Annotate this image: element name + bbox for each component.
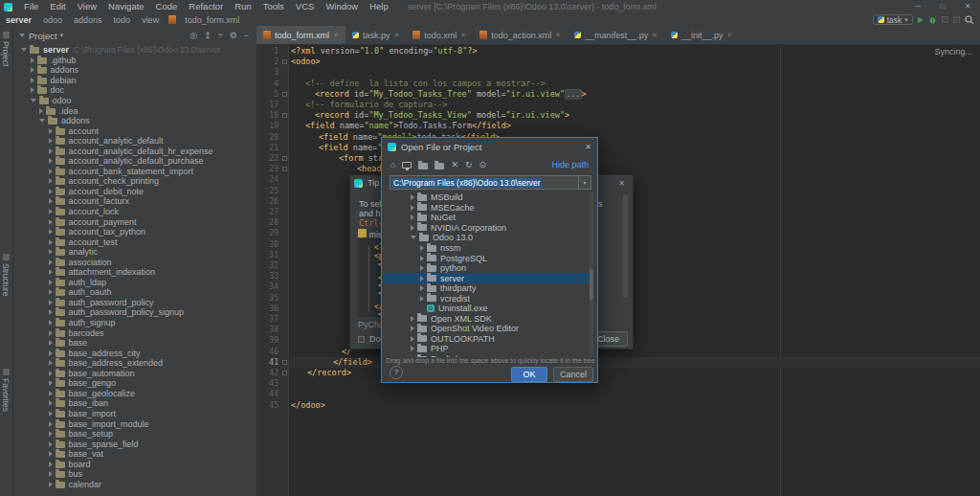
tab-todo.xml[interactable]: todo.xml✕ (406, 26, 473, 44)
run-button[interactable]: ▶ (918, 15, 924, 24)
chevron-right-icon[interactable] (49, 391, 53, 396)
profiler-button[interactable] (953, 16, 960, 23)
new-folder-icon[interactable] (418, 163, 428, 169)
chevron-right-icon[interactable] (49, 320, 53, 326)
breadcrumb-item-view[interactable]: view (136, 15, 165, 25)
dialog-tree-item-Odoo 13.0[interactable]: Odoo 13.0 (383, 233, 592, 243)
run-config-selector[interactable]: task ▾ (873, 14, 913, 25)
chevron-right-icon[interactable] (49, 209, 53, 214)
close-tab-icon[interactable]: ✕ (393, 32, 399, 39)
chevron-right-icon[interactable] (49, 462, 53, 467)
chevron-right-icon[interactable] (420, 285, 424, 291)
dialog-tree-item-thirdparty[interactable]: thirdparty (383, 283, 592, 294)
chevron-right-icon[interactable] (49, 371, 53, 376)
chevron-right-icon[interactable] (49, 451, 53, 457)
chevron-right-icon[interactable] (49, 380, 53, 386)
show-hidden-icon[interactable]: ⊙ (479, 161, 487, 169)
dialog-tree-item-PHP[interactable]: PHP (383, 344, 592, 354)
chevron-right-icon[interactable] (420, 265, 424, 271)
chevron-right-icon[interactable] (49, 239, 53, 245)
tool-window-project[interactable]: Project (1, 32, 11, 66)
ok-button[interactable]: OK (511, 367, 547, 382)
hide-path-link[interactable]: Hide path (551, 160, 589, 169)
project-tree-item-account_analytic_default_purchase[interactable]: account_analytic_default_purchase (13, 156, 256, 167)
menu-run[interactable]: Run (229, 1, 256, 11)
chevron-down-icon[interactable] (411, 236, 416, 239)
project-tree-item-base_address_city[interactable]: base_address_city (13, 348, 256, 358)
chevron-right-icon[interactable] (49, 482, 53, 487)
close-tab-icon[interactable]: ✕ (333, 32, 339, 39)
dialog-tree-item-python[interactable]: python (383, 263, 592, 274)
fold-marker-icon[interactable] (282, 371, 287, 375)
help-button[interactable]: ? (390, 366, 403, 379)
tab-todo_form.xml[interactable]: todo_form.xml✕ (256, 26, 345, 44)
chevron-right-icon[interactable] (49, 148, 53, 154)
project-tree-item-server[interactable]: serverC:\Program Files (x86)\Odoo 13.0\s… (13, 45, 256, 56)
refresh-icon[interactable]: ↻ (465, 161, 473, 169)
fold-marker-icon[interactable] (282, 92, 287, 97)
dialog-tree-item-OpenShot Video Editor[interactable]: OpenShot Video Editor (383, 324, 592, 334)
dialog-tree-item-MSECache[interactable]: MSECache (383, 203, 592, 214)
dialog-tree-item-NVIDIA Corporation[interactable]: NVIDIA Corporation (383, 223, 592, 234)
chevron-right-icon[interactable] (49, 229, 53, 235)
chevron-down-icon[interactable] (21, 48, 27, 52)
project-tree-item-base_import[interactable]: base_import (13, 409, 256, 419)
delete-icon[interactable]: ✕ (451, 161, 458, 169)
project-tree-item-auth_signup[interactable]: auth_signup (13, 318, 256, 328)
cancel-button[interactable]: Cancel (553, 367, 593, 382)
chevron-right-icon[interactable] (49, 158, 53, 164)
project-tree-item-odoo[interactable]: odoo (13, 96, 256, 106)
dialog-tree-item-vcredist[interactable]: vcredist (383, 293, 592, 304)
close-icon[interactable]: ✕ (585, 143, 591, 151)
project-tree-item-account_bank_statement_import[interactable]: account_bank_statement_import (13, 167, 256, 177)
fold-marker-icon[interactable] (282, 360, 287, 365)
chevron-right-icon[interactable] (411, 205, 414, 211)
project-tree-item-base_gengo[interactable]: base_gengo (13, 378, 256, 389)
breadcrumb-item-todo[interactable]: todo (108, 15, 137, 25)
menu-file[interactable]: File (18, 1, 44, 11)
chevron-right-icon[interactable] (411, 336, 414, 342)
menu-window[interactable]: Window (320, 1, 364, 11)
project-tree-item-auth_oauth[interactable]: auth_oauth (13, 287, 256, 298)
chevron-right-icon[interactable] (49, 280, 53, 285)
chevron-right-icon[interactable] (49, 189, 53, 194)
chevron-right-icon[interactable] (49, 471, 53, 477)
chevron-right-icon[interactable] (49, 178, 53, 184)
tip-scrollbar[interactable] (623, 194, 628, 298)
menu-vcs[interactable]: VCS (290, 1, 321, 11)
scrollbar-thumb[interactable] (590, 269, 593, 300)
dialog-tree-item-Uninstall.exe[interactable]: ⚙Uninstall.exe (383, 304, 592, 314)
project-tree-item-account_payment[interactable]: account_payment (13, 216, 256, 227)
hide-panel-icon[interactable]: − (244, 31, 249, 40)
chevron-right-icon[interactable] (49, 198, 53, 204)
tab-__manifest__.py[interactable]: __manifest__.py✕ (568, 26, 664, 44)
project-tree-item-debian[interactable]: debian (13, 76, 256, 86)
close-tab-icon[interactable]: ✕ (555, 32, 561, 39)
project-tree-item-addons[interactable]: addons (13, 65, 256, 76)
project-tree-item-account_debit_note[interactable]: account_debit_note (13, 187, 256, 197)
tab-task.py[interactable]: task.py✕ (345, 26, 406, 44)
search-everywhere-icon[interactable] (965, 15, 974, 25)
project-tree-item-account_analytic_default[interactable]: account_analytic_default (13, 136, 256, 147)
dialog-tree-item-PostgreSQL[interactable]: PostgreSQL (383, 253, 592, 263)
menu-tools[interactable]: Tools (257, 1, 290, 11)
project-tree-item-account_analytic_default_hr_expense[interactable]: account_analytic_default_hr_expense (13, 146, 256, 156)
locate-file-icon[interactable]: ◎ (189, 31, 197, 40)
chevron-right-icon[interactable] (420, 245, 424, 251)
close-tab-icon[interactable]: ✕ (460, 32, 466, 39)
chevron-right-icon[interactable] (411, 326, 414, 331)
minimize-icon[interactable]: ─ (905, 0, 930, 13)
project-tree-item-auth_password_policy_signup[interactable]: auth_password_policy_signup (13, 307, 256, 318)
fold-marker-icon[interactable] (282, 167, 287, 171)
close-tab-icon[interactable]: ✕ (727, 32, 733, 39)
close-tab-icon[interactable]: ✕ (652, 32, 657, 39)
chevron-right-icon[interactable] (49, 340, 53, 346)
project-tree-item-doc[interactable]: doc (13, 85, 256, 96)
menu-help[interactable]: Help (364, 1, 394, 11)
chevron-right-icon[interactable] (420, 296, 424, 302)
folded-region-badge[interactable]: ... (565, 89, 582, 100)
chevron-right-icon[interactable] (49, 269, 53, 275)
project-tree-item-account_test[interactable]: account_test (13, 237, 256, 247)
breadcrumb-item-server[interactable]: server (0, 15, 37, 25)
close-icon[interactable]: ✕ (618, 179, 625, 188)
